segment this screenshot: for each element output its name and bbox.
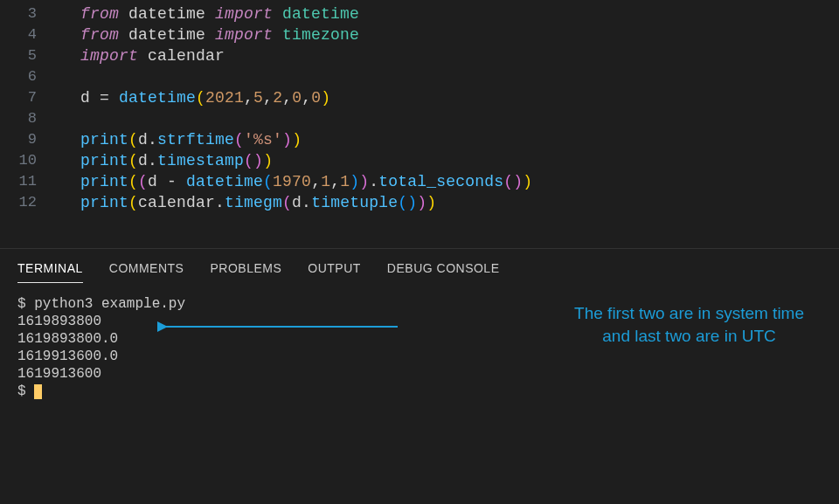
- annotation-arrow-icon: [157, 318, 402, 335]
- code-content[interactable]: [61, 108, 80, 129]
- code-line[interactable]: 12print(calendar.timegm(d.timetuple())): [0, 192, 839, 213]
- panel-tabs: TERMINALCOMMENTSPROBLEMSOUTPUTDEBUG CONS…: [0, 249, 839, 283]
- line-number: 5: [0, 45, 61, 66]
- code-editor[interactable]: 3from datetime import datetime4from date…: [0, 0, 839, 248]
- code-line[interactable]: 3from datetime import datetime: [0, 3, 839, 24]
- code-content[interactable]: import calendar: [61, 45, 225, 66]
- panel-tab-terminal[interactable]: TERMINAL: [17, 261, 83, 283]
- line-number: 8: [0, 108, 61, 129]
- line-number: 11: [0, 171, 61, 192]
- annotation-line-2: and last two are in UTC: [574, 325, 804, 348]
- code-line[interactable]: 7d = datetime(2021,5,2,0,0): [0, 87, 839, 108]
- panel-tab-output[interactable]: OUTPUT: [308, 261, 361, 283]
- code-line[interactable]: 9print(d.strftime('%s')): [0, 129, 839, 150]
- terminal-line: 1619913600.0: [17, 348, 822, 365]
- code-content[interactable]: print((d - datetime(1970,1,1)).total_sec…: [61, 171, 532, 192]
- line-number: 12: [0, 192, 61, 213]
- line-number: 4: [0, 24, 61, 45]
- panel-tab-problems[interactable]: PROBLEMS: [210, 261, 281, 283]
- code-content[interactable]: [61, 66, 80, 87]
- terminal-line: 1619913600: [17, 365, 822, 383]
- code-content[interactable]: from datetime import timezone: [61, 24, 359, 45]
- code-content[interactable]: print(d.strftime('%s')): [61, 129, 302, 150]
- panel-tab-comments[interactable]: COMMENTS: [109, 261, 184, 283]
- code-line[interactable]: 11print((d - datetime(1970,1,1)).total_s…: [0, 171, 839, 192]
- code-content[interactable]: from datetime import datetime: [61, 3, 359, 24]
- code-content[interactable]: print(calendar.timegm(d.timetuple())): [61, 192, 436, 213]
- code-line[interactable]: 10print(d.timestamp()): [0, 150, 839, 171]
- line-number: 9: [0, 129, 61, 150]
- terminal-line: $: [17, 383, 822, 400]
- code-line[interactable]: 6: [0, 66, 839, 87]
- code-line[interactable]: 4from datetime import timezone: [0, 24, 839, 45]
- code-content[interactable]: print(d.timestamp()): [61, 150, 273, 171]
- panel-tab-debug-console[interactable]: DEBUG CONSOLE: [387, 261, 500, 283]
- terminal-cursor: [34, 384, 42, 399]
- annotation-text: The first two are in system time and las…: [574, 302, 804, 348]
- code-line[interactable]: 5import calendar: [0, 45, 839, 66]
- code-content[interactable]: d = datetime(2021,5,2,0,0): [61, 87, 330, 108]
- line-number: 6: [0, 66, 61, 87]
- annotation-line-1: The first two are in system time: [574, 302, 804, 325]
- code-line[interactable]: 8: [0, 108, 839, 129]
- line-number: 3: [0, 3, 61, 24]
- terminal-view[interactable]: $ python3 example.py16198938001619893800…: [0, 283, 839, 409]
- line-number: 7: [0, 87, 61, 108]
- line-number: 10: [0, 150, 61, 171]
- bottom-panel: TERMINALCOMMENTSPROBLEMSOUTPUTDEBUG CONS…: [0, 248, 839, 409]
